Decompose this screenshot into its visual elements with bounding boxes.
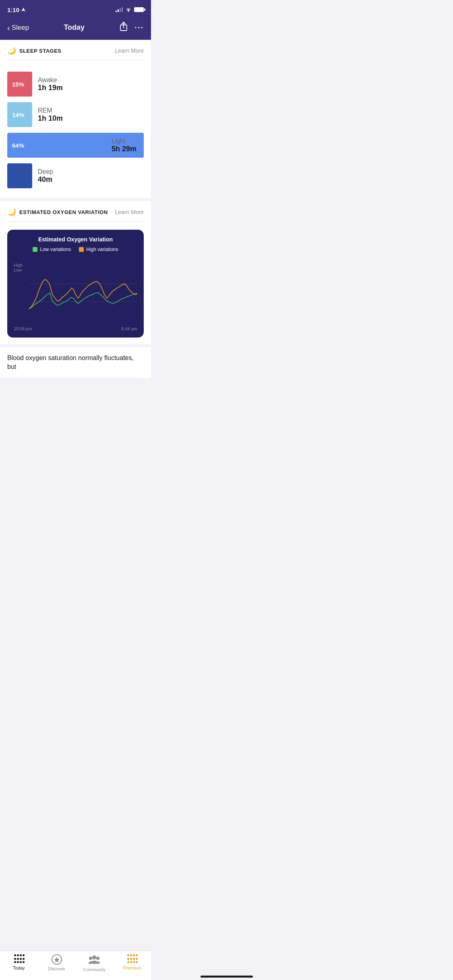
battery-icon (134, 7, 144, 12)
legend-high-dot (79, 247, 84, 252)
light-percent: 64% (12, 142, 24, 149)
header: ‹ Sleep Today ··· (0, 18, 151, 40)
sleep-stages-title: SLEEP STAGES (19, 48, 62, 54)
chart-legend: Low variations High variations (14, 247, 137, 252)
deep-bar (7, 163, 32, 188)
chart-title: Estimated Oxygen Variation (14, 236, 137, 243)
oxygen-section-title: ESTIMATED OXYGEN VARIATION (19, 209, 108, 215)
chart-time-end: 6:44 am (121, 326, 137, 331)
chart-time-labels: 10:06 pm 6:44 am (14, 326, 137, 331)
oxygen-section-header: 🌙 ESTIMATED OXYGEN VARIATION Learn More (7, 208, 144, 222)
rem-bar: 14% (7, 102, 32, 127)
deep-stage-time: 40m (38, 175, 53, 184)
oxygen-title-row: 🌙 ESTIMATED OXYGEN VARIATION (7, 208, 108, 216)
awake-stage-name: Awake (38, 76, 63, 84)
back-label: Sleep (12, 24, 29, 32)
svg-marker-0 (21, 8, 25, 12)
oxygen-chart-container: Estimated Oxygen Variation Low variation… (7, 230, 144, 338)
y-axis-labels: High Low (14, 259, 26, 276)
legend-high-label: High variations (86, 247, 118, 252)
status-icons (116, 7, 144, 12)
chart-svg-container (29, 259, 137, 325)
chevron-left-icon: ‹ (7, 24, 10, 32)
awake-bar: 15% (7, 72, 32, 97)
legend-low-label: Low variations (40, 247, 71, 252)
moon-icon: 🌙 (7, 46, 16, 55)
section-title-row: 🌙 SLEEP STAGES (7, 46, 62, 55)
back-button[interactable]: ‹ Sleep (7, 24, 29, 32)
oxygen-variation-section: 🌙 ESTIMATED OXYGEN VARIATION Learn More … (0, 201, 151, 344)
awake-bar-item: 15% Awake 1h 19m (7, 72, 144, 97)
svg-point-1 (128, 11, 129, 12)
light-label: Light 5h 29m (106, 138, 137, 153)
signal-bars-icon (116, 7, 123, 12)
oxygen-moon-icon: 🌙 (7, 208, 16, 216)
rem-stage-time: 1h 10m (38, 114, 63, 123)
wifi-icon (125, 7, 132, 12)
status-bar: 1:10 (0, 0, 151, 18)
sleep-stages-section: 🌙 SLEEP STAGES Learn More 15% Awake 1h 1… (0, 40, 151, 198)
rem-percent: 14% (12, 111, 24, 118)
rem-label: REM 1h 10m (32, 107, 63, 123)
deep-bar-item: Deep 40m (7, 163, 144, 188)
more-button[interactable]: ··· (134, 23, 144, 32)
legend-low: Low variations (33, 247, 71, 252)
legend-low-dot (33, 247, 37, 252)
oxygen-learn-more[interactable]: Learn More (115, 209, 144, 215)
deep-stage-name: Deep (38, 168, 53, 175)
awake-stage-time: 1h 19m (38, 84, 63, 92)
location-arrow-icon (21, 7, 26, 12)
sleep-stages-learn-more[interactable]: Learn More (115, 47, 144, 54)
rem-bar-item: 14% REM 1h 10m (7, 102, 144, 127)
chart-time-start: 10:06 pm (14, 326, 32, 331)
share-button[interactable] (119, 22, 128, 33)
page-title: Today (64, 23, 85, 32)
description-section: Blood oxygen saturation normally fluctua… (0, 347, 151, 378)
light-bar-item: 64% Light 5h 29m (7, 133, 144, 158)
description-text: Blood oxygen saturation normally fluctua… (7, 354, 144, 372)
rem-stage-name: REM (38, 107, 63, 114)
light-stage-name: Light (112, 138, 137, 145)
awake-label: Awake 1h 19m (32, 76, 63, 92)
light-stage-time: 5h 29m (112, 145, 137, 153)
deep-label: Deep 40m (32, 168, 53, 184)
awake-percent: 15% (12, 81, 24, 88)
time-display: 1:10 (7, 6, 19, 13)
sleep-bars-container: 15% Awake 1h 19m 14% REM 1h 10m 64% Ligh… (7, 68, 144, 191)
y-label-low: Low (14, 268, 26, 272)
header-actions: ··· (119, 22, 144, 33)
chart-with-labels: High Low (14, 259, 137, 325)
status-time: 1:10 (7, 6, 26, 13)
sleep-stages-header: 🌙 SLEEP STAGES Learn More (7, 46, 144, 60)
oxygen-chart-svg (29, 259, 137, 323)
legend-high: High variations (79, 247, 118, 252)
y-label-high: High (14, 263, 26, 268)
